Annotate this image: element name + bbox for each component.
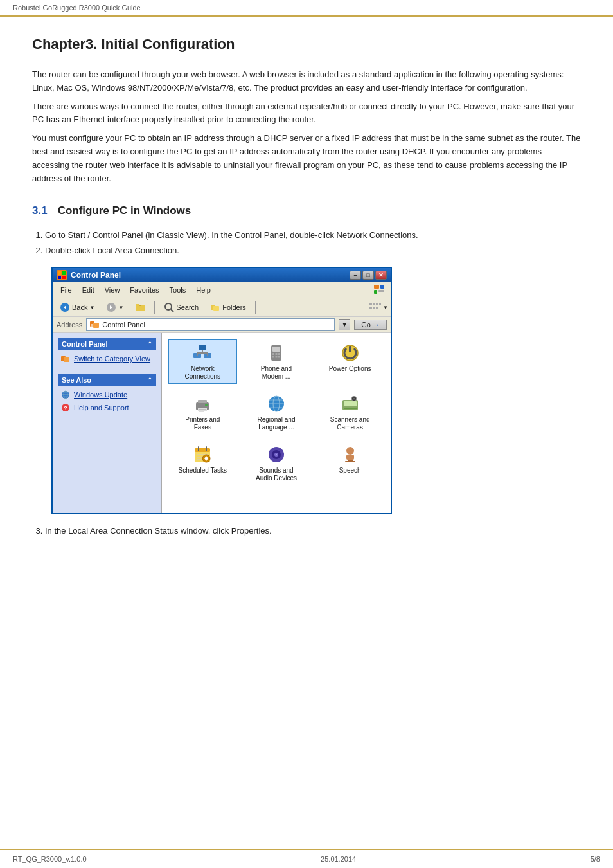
header-bar: Robustel GoRugged R3000 Quick Guide [0, 0, 613, 17]
regional-language-icon[interactable]: Regional and Language ... [242, 390, 311, 435]
restore-button[interactable]: □ [362, 271, 374, 280]
windows-update-item[interactable]: Windows Update [58, 388, 156, 401]
svg-rect-20 [373, 303, 375, 305]
folders-icon [210, 302, 220, 312]
forward-dropdown[interactable]: ▼ [118, 305, 123, 311]
svg-rect-21 [376, 303, 378, 305]
svg-rect-0 [58, 271, 61, 275]
back-button[interactable]: Back ▼ [55, 300, 99, 314]
views-button[interactable]: ▼ [369, 302, 388, 312]
forward-button[interactable]: ▼ [102, 300, 128, 314]
printers-faxes-icon[interactable]: Printers and Faxes [168, 390, 237, 435]
folder-nav-icon [135, 302, 145, 312]
svg-rect-13 [136, 304, 139, 306]
network-connections-icon[interactable]: Network Connections [168, 339, 237, 384]
icons-grid: Network Connections [168, 339, 384, 485]
speech-icon-item[interactable]: Speech [315, 441, 384, 485]
regional-language-label: Regional and Language ... [251, 416, 302, 431]
svg-point-60 [205, 404, 208, 406]
forward-icon [106, 302, 116, 312]
toolbar: Back ▼ ▼ [53, 298, 391, 317]
menu-favorites[interactable]: Favorites [125, 285, 164, 295]
phone-modem-icon[interactable]: Phone and Modem ... [242, 339, 311, 384]
folder-nav-button[interactable] [130, 300, 150, 314]
svg-point-84 [276, 454, 277, 455]
window-body: Control Panel ⌃ Switch to Category View [53, 333, 391, 513]
svg-rect-28 [91, 324, 93, 327]
svg-rect-52 [278, 356, 280, 358]
sounds-audio-icon[interactable]: Sounds and Audio Devices [242, 441, 311, 485]
scheduled-tasks-icon[interactable]: Scheduled Tasks [168, 441, 237, 485]
scheduled-tasks-label: Scheduled Tasks [179, 467, 227, 475]
address-dropdown[interactable]: ▼ [339, 319, 350, 330]
address-value: Control Panel [102, 321, 145, 329]
svg-rect-48 [275, 353, 277, 355]
switch-category-view-item[interactable]: Switch to Category View [58, 352, 156, 365]
address-bar: Address Control Panel ▼ Go → [53, 317, 391, 333]
close-button[interactable]: ✕ [375, 271, 387, 280]
svg-rect-40 [199, 345, 206, 350]
menu-view[interactable]: View [100, 285, 125, 295]
menu-edit[interactable]: Edit [77, 285, 100, 295]
toolbar-separator-1 [154, 301, 155, 314]
svg-text:?: ? [64, 405, 67, 411]
header-text: Robustel GoRugged R3000 Quick Guide [13, 4, 141, 12]
svg-rect-56 [198, 400, 207, 403]
toolbar-separator-2 [255, 301, 256, 314]
switch-category-label: Switch to Category View [74, 355, 150, 363]
svg-rect-46 [272, 347, 280, 352]
folder-icon [60, 354, 71, 364]
menu-tools[interactable]: Tools [164, 285, 191, 295]
scanners-cameras-label: Scanners and Cameras [324, 416, 376, 431]
search-button[interactable]: Search [159, 300, 203, 314]
sounds-audio-label: Sounds and Audio Devices [251, 467, 302, 482]
address-label: Address [57, 321, 82, 329]
help-support-item[interactable]: ? Help and Support [58, 401, 156, 414]
power-options-icon[interactable]: Power Options [315, 339, 384, 384]
minimize-button[interactable]: – [350, 271, 361, 280]
power-options-label: Power Options [329, 365, 371, 373]
panel-section-see-also-header: See Also ⌃ [58, 374, 156, 386]
panel-chevron-2[interactable]: ⌃ [147, 377, 152, 384]
views-dropdown[interactable]: ▼ [383, 305, 388, 311]
step-1: Go to Start / Control Panel (in Classic … [45, 228, 581, 242]
window-app-icon [57, 270, 67, 280]
svg-rect-54 [349, 346, 351, 352]
svg-rect-88 [345, 461, 355, 462]
svg-point-71 [353, 398, 355, 400]
power-icon [340, 343, 360, 363]
globe-icon [60, 390, 71, 400]
svg-rect-68 [344, 408, 357, 409]
svg-point-85 [346, 447, 354, 455]
footer-right: 5/8 [591, 855, 600, 863]
control-panel-window: Control Panel – □ ✕ File Edit View Favor… [51, 267, 392, 514]
help-support-label: Help and Support [74, 404, 129, 411]
go-arrow-icon: → [373, 321, 380, 329]
back-dropdown[interactable]: ▼ [89, 305, 94, 311]
go-button[interactable]: Go → [354, 320, 387, 330]
svg-rect-5 [380, 285, 384, 289]
folders-button[interactable]: Folders [206, 300, 251, 314]
svg-rect-19 [369, 303, 372, 305]
menu-file[interactable]: File [55, 285, 77, 295]
section-num: 3.1 [32, 204, 48, 217]
speech-label: Speech [339, 467, 361, 475]
step-2: Double-click Local Area Connection. [45, 243, 581, 258]
menu-bar: File Edit View Favorites Tools Help [53, 282, 391, 298]
svg-rect-86 [346, 455, 354, 460]
intro-paragraph-1: The router can be configured through you… [32, 68, 581, 95]
svg-rect-51 [275, 356, 277, 358]
network-icon [192, 343, 213, 363]
search-icon [164, 302, 174, 312]
help-icon: ? [60, 402, 71, 413]
phone-icon [266, 343, 287, 363]
regional-icon [266, 393, 287, 414]
panel-chevron-1[interactable]: ⌃ [147, 341, 152, 348]
main-content: Chapter3. Initial Configuration The rout… [0, 17, 613, 849]
window-controls[interactable]: – □ ✕ [350, 271, 387, 280]
menu-help[interactable]: Help [191, 285, 216, 295]
svg-rect-18 [213, 306, 219, 311]
address-input[interactable]: Control Panel [86, 318, 335, 331]
scanners-cameras-icon[interactable]: Scanners and Cameras [315, 390, 384, 435]
svg-rect-73 [195, 448, 210, 452]
